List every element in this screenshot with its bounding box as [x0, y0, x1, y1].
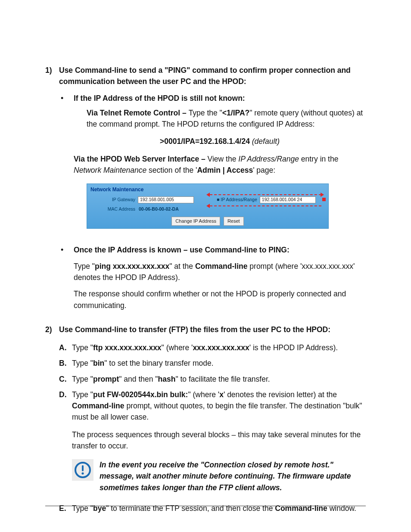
bullet-icon: • — [59, 244, 74, 311]
highlight-border-icon — [210, 205, 321, 206]
highlight-arrow-icon — [321, 193, 324, 197]
bullet-1-title: If the IP Address of the HPOD is still n… — [74, 93, 366, 104]
substep-c: Type "prompt" and then "hash" to facilit… — [72, 373, 366, 385]
step-1: 1) Use Command-line to send a "PING" com… — [45, 65, 366, 316]
highlight-arrow-icon — [206, 204, 210, 208]
nm-ip-range-label: ■ IP Address/Range — [210, 196, 260, 203]
nm-mac-value: 00-06-B0-00-02-DA — [138, 206, 179, 213]
substep-d: Type "put FW-0020544x.bin bulk:" (where … — [72, 389, 366, 451]
reset-button[interactable]: Reset — [224, 217, 244, 226]
nm-ip-gateway-input[interactable]: 192.168.001.005 — [138, 196, 194, 203]
substep-d-p2: The process sequences through several bl… — [72, 429, 366, 452]
svg-rect-1 — [82, 465, 84, 471]
svg-point-2 — [81, 472, 84, 474]
substep-b-marker: B. — [59, 358, 72, 369]
telnet-paragraph: Via Telnet Remote Control – Type the "<1… — [87, 107, 366, 130]
nm-ip-range-input[interactable]: 192.168.001.004 24 — [260, 196, 316, 203]
substep-d-marker: D. — [59, 389, 72, 451]
step-1-marker: 1) — [45, 65, 59, 316]
substep-e: Type "bye" to terminate the FTP session,… — [72, 503, 366, 514]
ping-paragraph-2: The response should confirm whether or n… — [74, 288, 366, 311]
change-ip-button[interactable]: Change IP Address — [171, 217, 220, 226]
substep-e-marker: E. — [59, 503, 72, 514]
bullet-2-title: Once the IP Address is known – use Comma… — [74, 244, 366, 255]
alert-icon — [72, 459, 93, 481]
page-footer-rule — [45, 506, 366, 506]
telnet-response: >0001/IPA=192.168.1.4/24 (default) — [74, 136, 366, 147]
step-2: 2) Use Command-line to transfer (FTP) th… — [45, 324, 366, 518]
bullet-icon: • — [59, 93, 74, 239]
highlight-square-icon — [322, 198, 326, 201]
alert-text: In the event you receive the "Connection… — [100, 459, 366, 493]
highlight-arrow-icon — [206, 193, 210, 197]
substep-c-marker: C. — [59, 373, 72, 385]
nm-ip-gateway-label: IP Gateway — [91, 196, 138, 203]
web-interface-paragraph: Via the HPOD Web Server Interface – View… — [74, 153, 366, 176]
substep-b: Type "bin" to set the binary transfer mo… — [72, 358, 366, 369]
substep-a-marker: A. — [59, 342, 72, 353]
highlight-border-icon — [210, 194, 321, 195]
step-2-heading: Use Command-line to transfer (FTP) the f… — [59, 324, 366, 335]
substep-a: Type "ftp xxx.xxx.xxx.xxx" (where 'xxx.x… — [72, 342, 366, 353]
ping-paragraph-1: Type "ping xxx.xxx.xxx.xxx" at the Comma… — [74, 261, 366, 283]
step-1-heading: Use Command-line to send a "PING" comman… — [59, 65, 366, 87]
nm-mac-label: MAC Address — [91, 206, 138, 213]
step-2-marker: 2) — [45, 324, 59, 518]
network-maintenance-figure: Network Maintenance IP Gateway 192.168.0… — [87, 184, 329, 229]
